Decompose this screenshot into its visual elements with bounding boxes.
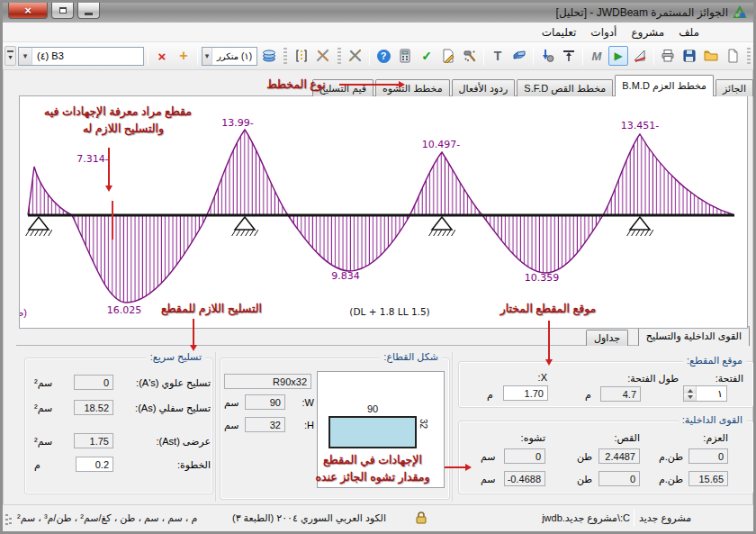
annotation-line: ومقدار تشوه الجائز عنده [300,469,446,486]
toolbar-overflow-button[interactable]: ▾ [4,46,16,66]
deformation-row1-field: 0 [504,448,545,464]
minimize-icon [85,13,93,15]
t-section-button[interactable]: T [488,46,508,66]
chevron-down-icon: ▾ [19,48,32,65]
floors-button[interactable] [259,46,279,66]
toolbar-handle[interactable] [747,48,751,64]
menu-tools[interactable]: أدوات [583,24,624,41]
annotation-line: مقطع مراد معرفة الإجهادات فيه [55,104,192,121]
tab-sfd[interactable]: مخطط القص S.F.D [517,79,613,96]
minimize-button[interactable] [77,3,100,19]
menu-file[interactable]: ملف [671,24,706,41]
resize-grip[interactable] [5,514,8,527]
load-combination-label: (1.5 DL + 1.8 LL) [349,306,429,317]
wrench-screwdriver-icon [348,49,363,63]
x-position-field[interactable]: 1.70 [503,385,548,401]
width-label: W: [298,397,314,408]
run-analysis-button[interactable]: ▶ [608,46,628,66]
spinner-down-button[interactable] [684,394,696,401]
deformation-unit: سم [481,474,496,485]
tab-deformation[interactable]: مخطط التشوه [375,79,450,96]
toolbar-handle[interactable] [338,48,341,64]
width-field: 90 [245,394,285,410]
section-location-group: موقع المقطع: الفتحة: ١ طول الفتحة: 4.7 م… [458,361,754,408]
bottom-reinforcement-label: تسليح سفلي (As): [113,403,211,414]
section-shape-title: شكل القطاع: [380,351,442,363]
design-section-button[interactable] [630,46,650,66]
height-field: 32 [245,417,285,432]
save-button[interactable] [680,46,699,66]
design-code-status: الكود العربي السوري ٢٠٠٤ (الطبعة ٣) [232,512,386,524]
design-button[interactable] [460,46,480,66]
moment-label-span-2: 9.834 [331,270,360,282]
span-number-spinner[interactable]: ١ [683,385,727,402]
moment-label-support-3: -10.497 [422,139,461,150]
help-button[interactable]: ? [374,46,393,66]
spinner-up-button[interactable] [684,386,696,394]
support-symbol [231,217,258,236]
toolbar: ▾ ▾ B3 (٤) × + ▾ (١) متكرر [3,42,753,70]
help-icon: ? [377,50,391,63]
floor-select-combo[interactable]: ▾ (١) متكرر [202,47,257,66]
span-label: الفتحة: [698,373,743,385]
supports-button[interactable] [559,46,579,66]
top-reinforcement-field: 0 [74,375,113,390]
shear-row1-field: 2.4487 [598,448,640,464]
project-settings-button[interactable] [313,46,333,66]
print-button[interactable] [658,46,678,66]
new-button[interactable] [723,46,742,66]
beam-select-combo[interactable]: ▾ B3 (٤) [18,47,144,66]
moment-label-support-4: -13.451 [621,120,660,131]
lock-icon [414,511,428,525]
layers-icon [262,49,276,63]
shear-label: القص: [595,432,640,444]
menu-bar: ملف مشروع أدوات تعليمات [3,23,753,42]
shear-row2-field: 0 [598,471,640,486]
step-field[interactable]: 0.2 [76,457,113,472]
annotation-line: والتسليح اللازم له [55,121,192,138]
units-status: م ، سم ، سم ، طن ، كغ/سم² ، طن/م³ ، سم² [17,512,197,524]
diagrams-button[interactable]: M [587,46,607,66]
edit-design-button[interactable] [438,46,458,66]
step-unit: م [34,459,40,471]
maximize-icon [59,7,67,14]
section-view-button[interactable] [292,46,311,66]
tab-tables[interactable]: جداول [586,330,628,346]
printer-icon [661,49,675,63]
support-symbol [25,217,52,236]
deformation-unit: سم [481,451,496,463]
chevron-down-icon [688,395,693,402]
delete-beam-button[interactable]: × [152,46,172,66]
tab-reactions[interactable]: ردود الأفعال [452,79,516,96]
options-button[interactable] [346,46,365,66]
section-width-dimension: 90 [328,403,417,414]
title-bar: × الجوائز المستمرة JWDBeam - [تحليل] [3,3,753,23]
add-beam-button[interactable]: + [174,46,194,66]
shear-unit: طن [577,474,592,485]
spinner-buttons [684,386,697,401]
moment-unit-label: (طن.م) [20,307,27,319]
beam-3d-button[interactable] [509,46,529,66]
annotation-arrow-down [108,148,110,189]
tab-beam[interactable]: الجائز [716,79,753,96]
calculator-button[interactable] [395,46,415,66]
hammer-icon [463,49,477,63]
open-button[interactable] [701,46,721,66]
menu-help[interactable]: تعليمات [535,24,584,41]
moment-unit: طن.م [659,451,683,463]
tab-bmd[interactable]: مخطط العزم B.M.D [615,75,714,96]
close-button[interactable]: × [8,3,48,19]
menu-project[interactable]: مشروع [624,24,671,41]
toolbar-handle[interactable] [284,48,287,64]
floppy-save-icon [682,49,697,63]
status-separator [634,509,634,527]
maximize-button[interactable] [51,3,74,19]
annotation-required-reinforcement: التسليح اللازم للمقطع [166,301,262,318]
top-reinforcement-label: تسليح علوي (A's): [113,377,211,389]
section-cut-icon [294,49,309,63]
loads-button[interactable] [537,46,557,66]
moment-row2-field: 15.65 [688,471,728,486]
overflow-bar-icon [7,50,14,52]
check-design-button[interactable]: ✓ [417,46,436,66]
deformation-row2-field: -0.4688 [504,471,545,486]
